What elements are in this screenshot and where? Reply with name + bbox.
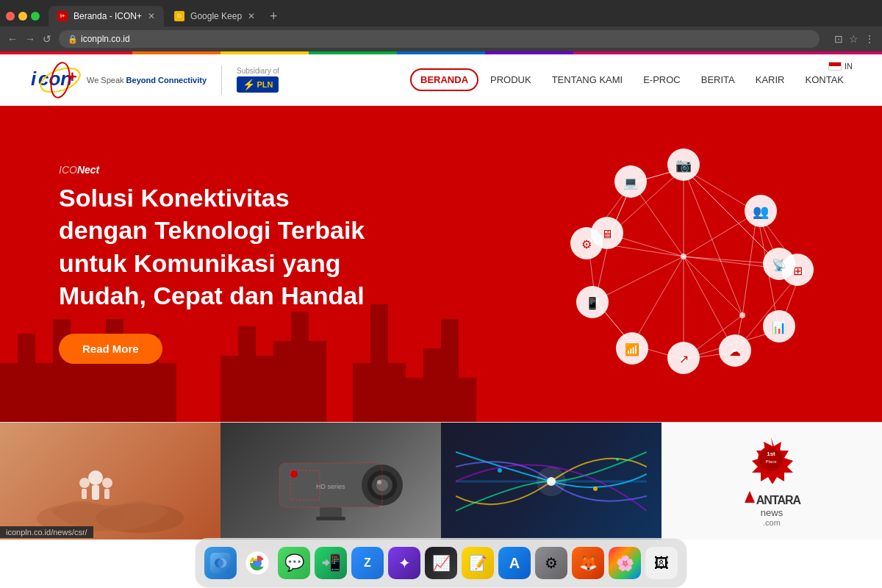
svg-point-107: [537, 467, 566, 496]
dock-whatsapp[interactable]: 📲: [315, 547, 347, 579]
domain-text: .com: [763, 518, 781, 527]
antara-news-brand: ANTARA: [743, 490, 800, 507]
settings-icon: ⚙: [545, 554, 558, 572]
nav-eproc[interactable]: E-PROC: [634, 70, 689, 90]
logo-text-area: We Speak Beyond Connectivity: [87, 76, 207, 85]
svg-text:📷: 📷: [675, 157, 692, 173]
image-strip: HD series: [0, 422, 882, 539]
whatsapp-icon: 📲: [321, 553, 341, 573]
svg-rect-85: [92, 485, 99, 500]
chrome-icon: [245, 551, 270, 576]
reload-button[interactable]: ↺: [43, 33, 51, 45]
svg-point-86: [79, 478, 90, 488]
nav-beranda[interactable]: BERANDA: [410, 68, 478, 91]
hero-banner: ICONect Solusi Konektivitas dengan Tekno…: [0, 106, 882, 422]
url-input[interactable]: 🔒 iconpln.co.id: [59, 30, 820, 48]
maximize-window-btn[interactable]: [31, 12, 40, 21]
tab-close-iconplus[interactable]: ✕: [148, 11, 155, 21]
nav-kontak[interactable]: KONTAK: [797, 70, 853, 90]
appstore-icon: A: [509, 555, 520, 572]
nav-produk[interactable]: PRODUK: [481, 70, 540, 90]
svg-text:↗: ↗: [679, 353, 689, 365]
svg-point-84: [88, 470, 103, 485]
svg-line-7: [684, 168, 742, 315]
dock-firefox[interactable]: 🦊: [572, 547, 604, 579]
svg-text:i: i: [31, 68, 37, 90]
svg-line-33: [684, 212, 757, 257]
svg-point-118: [218, 559, 226, 567]
bookmark-icon[interactable]: ☆: [849, 33, 858, 45]
award-rosette-svg: 1st Place: [747, 436, 795, 484]
svg-point-106: [616, 458, 619, 461]
svg-point-57: [681, 254, 686, 259]
nav-berita[interactable]: BERITA: [692, 70, 744, 90]
dock-finder[interactable]: [204, 547, 237, 579]
strip-security[interactable]: HD series: [220, 423, 441, 539]
dock-preview[interactable]: 🖼: [645, 547, 678, 579]
subsidiary-area: Subsidiary of ⚡ PLN: [237, 67, 279, 93]
hero-subtitle: ICONect: [59, 164, 382, 176]
pln-logo: ⚡ PLN: [237, 76, 279, 93]
award-content: 1st Place ANTARA news .com: [743, 436, 800, 527]
nav-tentang-kami[interactable]: TENTANG KAMI: [543, 70, 632, 90]
svg-rect-89: [104, 489, 110, 499]
close-window-btn[interactable]: [6, 12, 15, 21]
flag-indonesia: [828, 62, 842, 71]
new-tab-button[interactable]: +: [265, 9, 282, 24]
forward-button[interactable]: →: [25, 33, 35, 45]
tab-iconplus[interactable]: i+ Beranda - ICON+ ✕: [49, 6, 164, 26]
svg-point-105: [593, 487, 598, 491]
logo-svg: i con +: [29, 62, 81, 98]
svg-text:📡: 📡: [772, 258, 786, 272]
antara-text: ANTARA: [756, 494, 800, 507]
site-header: i con + We Speak Beyond Connectivity Sub…: [0, 54, 882, 106]
csr-visual: [15, 423, 206, 539]
dock-chrome[interactable]: [241, 547, 273, 579]
antara-logo-icon: [743, 490, 756, 504]
security-visual: HD series: [235, 423, 426, 539]
firefox-icon: 🦊: [579, 554, 598, 572]
svg-text:📊: 📊: [772, 320, 786, 334]
dock-stocks[interactable]: 📈: [425, 547, 457, 579]
strip-fiber[interactable]: [441, 423, 662, 539]
dock: 💬 📲 Z ✦ 📈 📝 A ⚙ 🦊 🌸 🖼: [195, 538, 687, 588]
dock-notchmeister[interactable]: ✦: [388, 547, 420, 579]
header-divider: [221, 65, 222, 95]
svg-marker-113: [745, 491, 755, 503]
security-lock-icon: 🔒: [68, 35, 78, 44]
tab-googlekeep[interactable]: G Google Keep ✕: [165, 6, 264, 26]
svg-text:📶: 📶: [625, 343, 639, 356]
language-indicator[interactable]: IN: [828, 62, 853, 71]
read-more-button[interactable]: Read More: [59, 334, 162, 364]
finder-icon: [210, 553, 231, 573]
dock-photos[interactable]: 🌸: [609, 547, 641, 579]
extensions-icon[interactable]: ⋮: [864, 33, 875, 45]
pln-label: PLN: [257, 80, 273, 89]
hero-title: Solusi Konektivitas dengan Teknologi Ter…: [59, 182, 382, 312]
dock-appstore[interactable]: A: [498, 547, 531, 579]
dock-messages[interactable]: 💬: [278, 547, 310, 579]
svg-point-56: [739, 312, 745, 318]
tab-close-keep[interactable]: ✕: [248, 11, 255, 21]
svg-text:💻: 💻: [623, 176, 638, 190]
dock-settings[interactable]: ⚙: [535, 547, 567, 579]
dock-notes[interactable]: 📝: [462, 547, 494, 579]
strip-csr[interactable]: [0, 423, 220, 539]
hero-content: ICONect Solusi Konektivitas dengan Tekno…: [0, 164, 441, 364]
svg-text:📱: 📱: [585, 296, 600, 310]
svg-rect-97: [320, 507, 342, 518]
minimize-window-btn[interactable]: [18, 12, 27, 21]
dock-zoom[interactable]: Z: [351, 547, 384, 579]
svg-rect-87: [82, 489, 87, 499]
svg-text:👥: 👥: [753, 204, 770, 220]
network-globe-svg: 📷 👥 ⊞ 📊 ☁ ↗ 📶 📱 ⚙: [529, 124, 838, 404]
language-code: IN: [845, 62, 853, 71]
photos-icon: 🌸: [616, 554, 634, 572]
tab-label-keep: Google Keep: [190, 11, 242, 21]
svg-text:1st: 1st: [767, 451, 776, 457]
back-button[interactable]: ←: [7, 33, 18, 45]
reader-mode-icon[interactable]: ⊡: [834, 33, 843, 45]
strip-award[interactable]: 1st Place ANTARA news .com: [662, 423, 882, 539]
hero-ico-text: ICO: [59, 164, 77, 176]
nav-karir[interactable]: KARIR: [747, 70, 794, 90]
